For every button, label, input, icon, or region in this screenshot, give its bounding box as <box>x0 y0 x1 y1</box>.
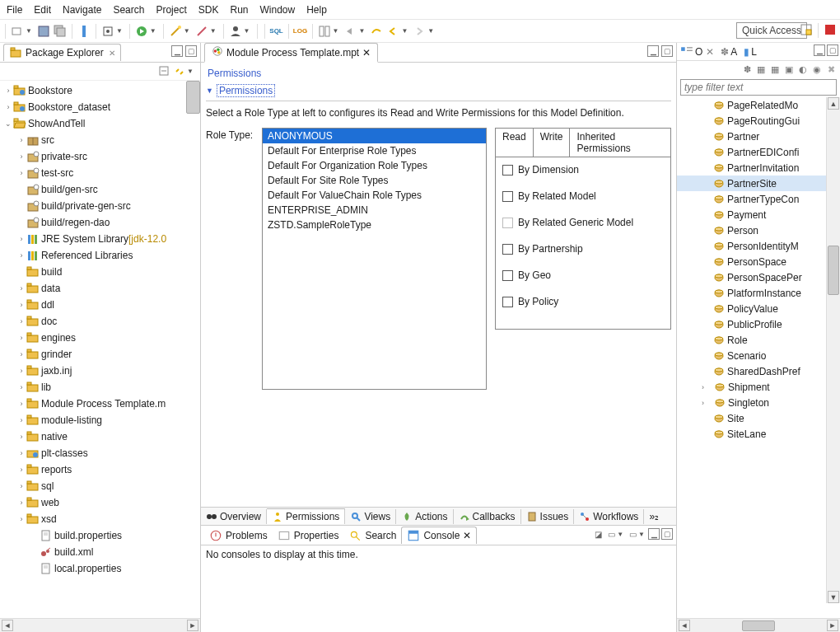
menu-sdk[interactable]: SDK <box>198 4 219 16</box>
permission-checkbox-row[interactable]: By Related Model <box>502 190 664 202</box>
tree-item[interactable]: ›doc <box>3 313 200 330</box>
expander-icon[interactable]: › <box>16 152 26 161</box>
outline-tab[interactable]: O✕ <box>680 45 714 59</box>
outline-item[interactable]: PageRelatedMo <box>677 97 840 113</box>
expander-icon[interactable]: › <box>16 350 26 358</box>
checkbox[interactable] <box>502 270 513 281</box>
outline-item[interactable]: Payment <box>677 207 840 222</box>
dropdown-arrow-icon[interactable]: ▼ <box>333 27 339 35</box>
expander-icon[interactable]: › <box>16 317 26 325</box>
menu-run[interactable]: Run <box>230 4 248 16</box>
tree-item[interactable]: ⌄ShowAndTell <box>3 115 200 132</box>
dropdown-arrow-icon[interactable]: ▼ <box>187 68 194 75</box>
outline-action-3-icon[interactable]: ▦ <box>769 63 781 75</box>
role-type-item[interactable]: Default For Enterprise Role Types <box>263 143 486 158</box>
permission-checkbox-row[interactable]: By Policy <box>502 296 664 307</box>
minimize-icon[interactable]: ▁ <box>171 45 183 57</box>
outline-tab-snow[interactable]: ✽A <box>721 46 737 58</box>
link-editor-icon[interactable] <box>174 66 185 77</box>
menu-window[interactable]: Window <box>260 4 296 16</box>
tab-search-results[interactable]: Search <box>343 527 401 544</box>
log-icon[interactable]: LOG <box>294 25 307 38</box>
tab-properties[interactable]: Properties <box>273 527 344 544</box>
close-icon[interactable]: ✕ <box>362 47 371 59</box>
dropdown-arrow-icon[interactable]: ▼ <box>427 27 434 35</box>
wand-icon[interactable] <box>169 25 182 38</box>
tab-callbacks[interactable]: Callbacks <box>454 509 521 524</box>
tree-item[interactable]: build/private-gen-src <box>3 198 200 214</box>
role-type-item[interactable]: Default For Organization Role Types <box>263 158 486 173</box>
expander-icon[interactable]: › <box>16 449 26 457</box>
checkbox[interactable] <box>502 297 513 307</box>
display-console-icon[interactable]: ▭ <box>605 528 617 540</box>
package-explorer-tree[interactable]: ›Bookstore›Bookstore_dataset⌄ShowAndTell… <box>0 81 200 618</box>
collapse-all-icon[interactable] <box>159 66 170 77</box>
tree-item[interactable]: ›web <box>3 494 200 511</box>
outline-item[interactable]: PersonSpacePer <box>677 269 840 285</box>
outline-item[interactable]: Role <box>677 332 840 348</box>
tab-read[interactable]: Read <box>496 129 534 157</box>
outline-item[interactable]: PartnerSite <box>677 176 840 191</box>
tab-actions[interactable]: Actions <box>396 509 453 524</box>
expander-icon[interactable]: › <box>16 235 26 243</box>
prev-edit-icon[interactable] <box>343 25 357 38</box>
expander-icon[interactable]: › <box>3 103 13 111</box>
maximize-icon[interactable]: ▢ <box>661 528 673 540</box>
tree-item[interactable]: build.properties <box>3 527 200 544</box>
tab-inherited[interactable]: Inherited Permissions <box>570 129 670 157</box>
twistie-icon[interactable]: ▼ <box>206 87 213 95</box>
quick-access-input[interactable]: Quick Access <box>736 22 807 39</box>
permission-checkbox-row[interactable]: By Partnership <box>502 243 664 255</box>
scroll-right-icon[interactable]: ► <box>827 620 838 631</box>
open-perspective-icon[interactable] <box>800 23 813 36</box>
expander-icon[interactable]: › <box>702 383 712 391</box>
tree-item[interactable]: ›module-listing <box>3 412 200 428</box>
db-icon[interactable] <box>101 25 114 38</box>
outline-item[interactable]: PersonSpace <box>677 254 840 269</box>
maximize-icon[interactable]: ▢ <box>185 45 197 57</box>
new-console-icon[interactable]: ▭ <box>627 528 638 540</box>
expander-icon[interactable]: › <box>16 400 26 408</box>
tab-write[interactable]: Write <box>534 129 571 157</box>
user-icon[interactable] <box>229 25 242 38</box>
expander-icon[interactable]: › <box>16 416 26 424</box>
maximize-icon[interactable]: ▢ <box>827 44 838 56</box>
marker-icon[interactable] <box>77 25 91 38</box>
vertical-scrollbar[interactable]: ▲ ▼ <box>826 97 840 603</box>
outline-item[interactable]: PublicProfile <box>677 316 840 332</box>
expander-icon[interactable]: › <box>702 399 712 407</box>
scrollbar-thumb[interactable] <box>828 246 839 295</box>
dropdown-arrow-icon[interactable]: ▼ <box>358 27 365 35</box>
last-edit-icon[interactable] <box>370 25 383 38</box>
role-type-item[interactable]: Default For ValueChain Role Types <box>263 188 486 203</box>
outline-toggle-icon[interactable] <box>318 25 331 38</box>
pin-console-icon[interactable]: ◪ <box>592 528 604 540</box>
tab-problems[interactable]: Problems <box>204 527 273 544</box>
tree-item[interactable]: ›Referenced Libraries <box>3 247 200 264</box>
outline-action-5-icon[interactable]: ◐ <box>797 63 809 75</box>
permission-checkbox-row[interactable]: By Dimension <box>502 164 664 176</box>
minimize-icon[interactable]: ▁ <box>814 44 825 56</box>
outline-item[interactable]: ›Singleton <box>677 395 840 410</box>
dropdown-arrow-icon[interactable]: ▼ <box>401 27 408 35</box>
expander-icon[interactable]: › <box>16 334 26 342</box>
tree-item[interactable]: ›data <box>3 280 200 297</box>
tab-console[interactable]: Console✕ <box>401 527 477 544</box>
tab-workflows[interactable]: Workflows <box>574 509 644 524</box>
dropdown-arrow-icon[interactable]: ▼ <box>184 27 190 35</box>
dropdown-arrow-icon[interactable]: ▼ <box>150 27 156 35</box>
role-type-item[interactable]: ANONYMOUS <box>263 129 486 143</box>
close-icon[interactable]: ✕ <box>109 49 115 58</box>
tree-item[interactable]: ›Module Process Template.m <box>3 396 200 412</box>
outline-item[interactable]: Person <box>677 222 840 238</box>
outline-item[interactable]: PolicyValue <box>677 301 840 316</box>
tree-item[interactable]: ›ddl <box>3 297 200 313</box>
expander-icon[interactable]: › <box>16 301 26 309</box>
forward-icon[interactable] <box>413 25 426 38</box>
tab-overview[interactable]: Overview <box>201 509 267 524</box>
dropdown-arrow-icon[interactable]: ▼ <box>244 27 250 35</box>
run-icon[interactable] <box>135 25 148 38</box>
checkbox[interactable] <box>502 191 513 202</box>
dropdown-arrow-icon[interactable]: ▼ <box>210 27 217 35</box>
horizontal-scrollbar[interactable]: ◄ ► <box>677 618 840 632</box>
